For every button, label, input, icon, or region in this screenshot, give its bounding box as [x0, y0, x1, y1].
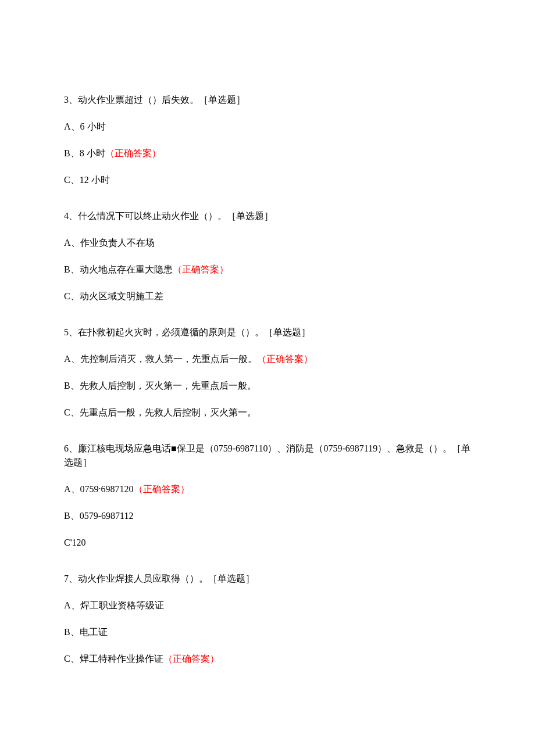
question-option: B、电工证: [64, 625, 471, 639]
option-text: A、0759·6987120: [64, 484, 134, 494]
option-text: A、作业负责人不在场: [64, 238, 155, 248]
option-text: C、动火区域文明施工差: [64, 291, 163, 301]
option-text: A、先控制后消灭，救人第一，先重点后一般。: [64, 354, 257, 364]
question-block: 7、动火作业焊接人员应取得（）。［单选题］ A、焊工职业资格等级证 B、电工证 …: [64, 572, 471, 666]
option-text: B、电工证: [64, 627, 108, 637]
question-option: A、焊工职业资格等级证: [64, 599, 471, 612]
question-option: B、先救人后控制，灭火第一，先重点后一般。: [64, 379, 471, 393]
question-option: A、6 小时: [64, 120, 471, 134]
question-stem: 7、动火作业焊接人员应取得（）。［单选题］: [64, 572, 471, 586]
option-text: A、焊工职业资格等级证: [64, 600, 164, 610]
question-stem: 5、在扑救初起火灾时，必须遵循的原则是（）。［单选题］: [64, 325, 471, 339]
question-option: C、焊工特种作业操作证（正确答案）: [64, 652, 471, 666]
question-block: 4、什么情况下可以终止动火作业（）。［单选题］ A、作业负责人不在场 B、动火地…: [64, 209, 471, 303]
document-page: 3、动火作业票超过（）后失效。［单选题］ A、6 小时 B、8 小时（正确答案）…: [0, 0, 535, 756]
option-text: B、动火地点存在重大隐患: [64, 264, 173, 274]
question-option: C、12 小时: [64, 173, 471, 187]
option-text: C'120: [64, 538, 86, 547]
option-text: C、焊工特种作业操作证: [64, 654, 163, 664]
question-block: 3、动火作业票超过（）后失效。［单选题］ A、6 小时 B、8 小时（正确答案）…: [64, 93, 471, 187]
question-block: 6、廉江核电现场应急电话■保卫是（0759-6987110）、消防是（0759-…: [64, 442, 471, 550]
correct-answer-label: （正确答案）: [105, 148, 161, 158]
question-option: B、8 小时（正确答案）: [64, 146, 471, 160]
correct-answer-label: （正确答案）: [134, 484, 190, 494]
question-stem: 3、动火作业票超过（）后失效。［单选题］: [64, 93, 471, 107]
question-option: C'120: [64, 536, 471, 550]
correct-answer-label: （正确答案）: [173, 264, 229, 274]
option-text: B、8 小时: [64, 148, 105, 158]
option-text: A、6 小时: [64, 121, 106, 131]
question-option: C、先重点后一般，先救人后控制，灭火第一。: [64, 406, 471, 420]
correct-answer-label: （正确答案）: [257, 354, 313, 364]
question-option: C、动火区域文明施工差: [64, 289, 471, 303]
question-option: A、先控制后消灭，救人第一，先重点后一般。（正确答案）: [64, 352, 471, 366]
question-option: A、作业负责人不在场: [64, 236, 471, 250]
option-text: C、12 小时: [64, 175, 110, 185]
question-option: A、0759·6987120（正确答案）: [64, 482, 471, 496]
option-text: B、先救人后控制，灭火第一，先重点后一般。: [64, 381, 256, 390]
question-option: B、动火地点存在重大隐患（正确答案）: [64, 263, 471, 277]
question-stem: 4、什么情况下可以终止动火作业（）。［单选题］: [64, 209, 471, 223]
question-stem: 6、廉江核电现场应急电话■保卫是（0759-6987110）、消防是（0759-…: [64, 442, 471, 470]
correct-answer-label: （正确答案）: [163, 654, 219, 664]
option-text: B、0579-6987112: [64, 511, 133, 521]
option-text: C、先重点后一般，先救人后控制，灭火第一。: [64, 407, 256, 417]
question-option: B、0579-6987112: [64, 509, 471, 523]
question-block: 5、在扑救初起火灾时，必须遵循的原则是（）。［单选题］ A、先控制后消灭，救人第…: [64, 325, 471, 420]
